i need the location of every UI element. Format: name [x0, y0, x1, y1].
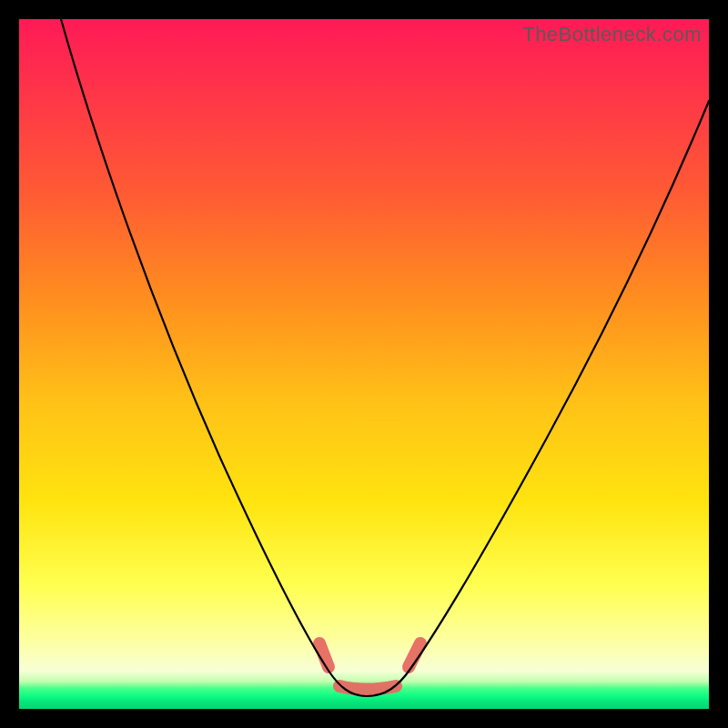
bottleneck-curve — [61, 19, 709, 696]
plot-area: TheBottleneck.com — [19, 19, 709, 709]
chart-frame: TheBottleneck.com — [0, 0, 728, 728]
accent-group — [319, 643, 420, 690]
curve-layer — [19, 19, 709, 709]
accent-bottom — [339, 686, 396, 690]
